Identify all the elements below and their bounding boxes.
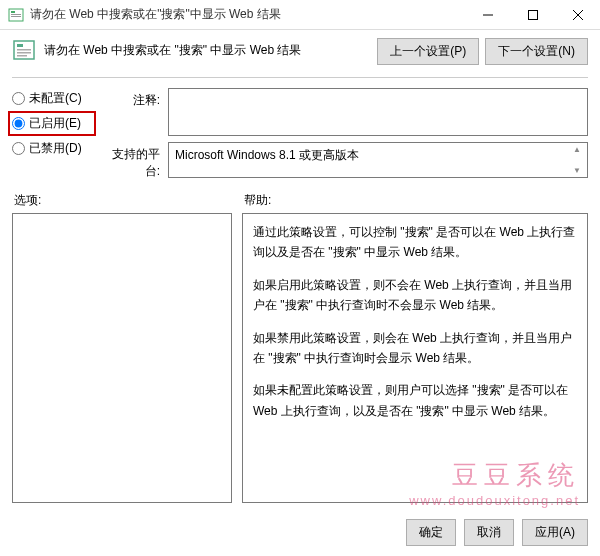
options-label: 选项:: [12, 192, 232, 209]
prev-setting-button[interactable]: 上一个设置(P): [377, 38, 479, 65]
help-paragraph: 通过此策略设置，可以控制 "搜索" 是否可以在 Web 上执行查询以及是否在 "…: [253, 222, 577, 263]
minimize-button[interactable]: [465, 0, 510, 29]
radio-enabled[interactable]: 已启用(E): [8, 111, 96, 136]
svg-rect-5: [528, 10, 537, 19]
close-button[interactable]: [555, 0, 600, 29]
radio-disabled[interactable]: 已禁用(D): [12, 140, 92, 157]
titlebar: 请勿在 Web 中搜索或在"搜索"中显示 Web 结果: [0, 0, 600, 30]
platform-box: Microsoft Windows 8.1 或更高版本 ▲▼: [168, 142, 588, 178]
radio-label: 未配置(C): [29, 90, 82, 107]
ok-button[interactable]: 确定: [406, 519, 456, 546]
svg-rect-3: [11, 16, 21, 17]
help-paragraph: 如果未配置此策略设置，则用户可以选择 "搜索" 是否可以在 Web 上执行查询，…: [253, 380, 577, 421]
radio-enabled-input[interactable]: [12, 117, 25, 130]
svg-rect-10: [17, 49, 31, 51]
policy-title: 请勿在 Web 中搜索或在 "搜索" 中显示 Web 结果: [44, 38, 369, 59]
comment-label: 注释:: [100, 88, 160, 136]
config-section: 未配置(C) 已启用(E) 已禁用(D) 注释: 支持的平台: Microsof…: [0, 82, 600, 186]
policy-icon: [8, 7, 24, 23]
radio-disabled-input[interactable]: [12, 142, 25, 155]
help-paragraph: 如果启用此策略设置，则不会在 Web 上执行查询，并且当用户在 "搜索" 中执行…: [253, 275, 577, 316]
cancel-button[interactable]: 取消: [464, 519, 514, 546]
next-setting-button[interactable]: 下一个设置(N): [485, 38, 588, 65]
radio-not-configured-input[interactable]: [12, 92, 25, 105]
radio-not-configured[interactable]: 未配置(C): [12, 90, 92, 107]
help-label: 帮助:: [242, 192, 588, 209]
options-box: [12, 213, 232, 503]
maximize-button[interactable]: [510, 0, 555, 29]
window-controls: [465, 0, 600, 29]
divider: [12, 77, 588, 78]
comment-input[interactable]: [168, 88, 588, 136]
state-radio-group: 未配置(C) 已启用(E) 已禁用(D): [12, 88, 92, 180]
svg-rect-12: [17, 55, 27, 57]
help-box: 通过此策略设置，可以控制 "搜索" 是否可以在 Web 上执行查询以及是否在 "…: [242, 213, 588, 503]
help-paragraph: 如果禁用此策略设置，则会在 Web 上执行查询，并且当用户在 "搜索" 中执行查…: [253, 328, 577, 369]
svg-rect-9: [17, 44, 23, 47]
header: 请勿在 Web 中搜索或在 "搜索" 中显示 Web 结果 上一个设置(P) 下…: [0, 30, 600, 73]
svg-rect-2: [11, 14, 21, 15]
window-title: 请勿在 Web 中搜索或在"搜索"中显示 Web 结果: [30, 6, 465, 23]
apply-button[interactable]: 应用(A): [522, 519, 588, 546]
svg-rect-11: [17, 52, 31, 54]
radio-label: 已禁用(D): [29, 140, 82, 157]
svg-rect-1: [11, 11, 15, 13]
radio-label: 已启用(E): [29, 115, 81, 132]
platform-label: 支持的平台:: [100, 142, 160, 180]
platform-value: Microsoft Windows 8.1 或更高版本: [175, 148, 359, 162]
scroll-indicator: ▲▼: [573, 145, 585, 175]
policy-header-icon: [12, 38, 36, 62]
lower-section: 选项: 帮助: 通过此策略设置，可以控制 "搜索" 是否可以在 Web 上执行查…: [0, 186, 600, 503]
footer-buttons: 确定 取消 应用(A): [406, 519, 588, 546]
